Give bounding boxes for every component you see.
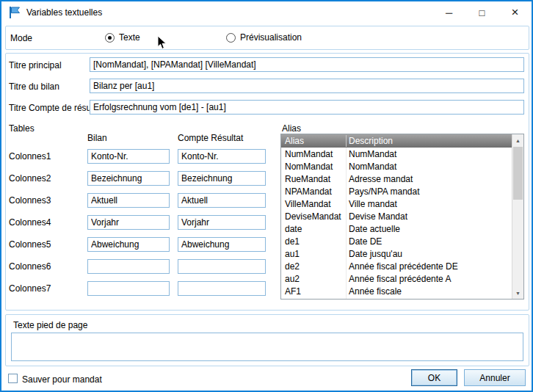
bilan-colonnes3-input[interactable] <box>87 193 170 208</box>
bilan-colonnes2-input[interactable] <box>87 171 170 186</box>
compte-colonnes7-input[interactable] <box>178 281 266 296</box>
titre-principal-label: Titre principal <box>9 60 62 70</box>
mode-label: Mode <box>10 33 32 43</box>
footer-label: Texte pied de page <box>13 320 87 330</box>
tables-label: Tables <box>9 123 35 134</box>
alias-section-label: Alias <box>282 123 301 134</box>
compte-colonnes6-input[interactable] <box>178 259 266 274</box>
ok-button[interactable]: OK <box>411 369 457 386</box>
titre-compte-resultat-input[interactable] <box>90 100 524 115</box>
bilan-colonnes1-input[interactable] <box>87 149 170 164</box>
alias-cell-name: NumMandat <box>281 149 346 159</box>
sauver-pour-mandat-label: Sauver pour mandat <box>22 374 102 385</box>
alias-row[interactable]: RueMandatAdresse mandat <box>281 173 512 185</box>
close-button[interactable]: × <box>498 1 532 23</box>
scroll-down-icon[interactable]: ▼ <box>512 287 523 299</box>
alias-row[interactable]: DeviseMandatDevise Mandat <box>281 210 512 222</box>
alias-cell-description: Date DE <box>346 236 512 247</box>
colonnes5-label: Colonnes5 <box>9 239 51 250</box>
colonnes2-label: Colonnes2 <box>9 173 51 184</box>
compte-colonnes4-input[interactable] <box>178 215 266 230</box>
alias-cell-description: NomMandat <box>346 161 512 172</box>
bilan-column-header: Bilan <box>87 133 107 143</box>
bilan-colonnes7-input[interactable] <box>87 281 170 296</box>
alias-cell-name: VilleMandat <box>281 199 346 209</box>
alias-cell-name: de1 <box>281 236 346 247</box>
compte-colonnes2-input[interactable] <box>178 171 266 186</box>
alias-cell-name: au2 <box>281 274 346 284</box>
colonnes3-label: Colonnes3 <box>9 195 51 206</box>
titre-bilan-input[interactable] <box>90 79 524 93</box>
alias-cell-description: Année fiscal précédente DE <box>346 261 512 272</box>
alias-scrollbar[interactable]: ▲ ▼ <box>512 134 523 299</box>
alias-row[interactable]: AF1Année fiscale <box>281 285 512 297</box>
titre-compte-resultat-label: Titre Compte de résu... <box>9 103 98 113</box>
radio-texte-label: Texte <box>119 32 140 43</box>
header-column-divider[interactable] <box>346 135 347 147</box>
alias-cell-description: Date jusqu'au <box>346 249 512 259</box>
alias-cell-name: de2 <box>281 261 346 272</box>
compte-colonnes5-input[interactable] <box>178 237 266 252</box>
alias-cell-name: date <box>281 224 346 234</box>
alias-rows: NumMandatNumMandat NomMandatNomMandat Ru… <box>281 148 512 299</box>
alias-cell-description: Date actuelle <box>346 224 512 234</box>
colonnes4-label: Colonnes4 <box>9 217 51 228</box>
bilan-colonnes6-input[interactable] <box>87 259 170 274</box>
bilan-colonnes4-input[interactable] <box>87 215 170 230</box>
radio-previsualisation-label: Prévisualisation <box>240 32 302 43</box>
radio-texte-icon <box>105 33 115 43</box>
title-bar[interactable]: Variables textuelles ─ □ × <box>1 1 532 23</box>
alias-row[interactable]: VilleMandatVille mandat <box>281 197 512 210</box>
compte-colonnes1-input[interactable] <box>178 149 266 164</box>
alias-cell-description: NumMandat <box>346 149 512 159</box>
alias-table-header[interactable]: Alias Description <box>281 134 512 148</box>
compte-colonnes3-input[interactable] <box>178 193 266 208</box>
window-controls: ─ □ × <box>432 1 532 23</box>
colonnes1-label: Colonnes1 <box>9 151 51 161</box>
cancel-button[interactable]: Annuler <box>464 369 526 386</box>
alias-cell-name: AF1 <box>281 286 346 297</box>
footer-textarea[interactable] <box>11 333 523 361</box>
alias-row[interactable]: dateDate actuelle <box>281 222 512 235</box>
alias-row[interactable]: NomMandatNomMandat <box>281 160 512 173</box>
titre-principal-input[interactable] <box>90 57 524 72</box>
alias-cell-name: NomMandat <box>281 161 346 172</box>
colonnes7-label: Colonnes7 <box>9 283 51 294</box>
app-icon <box>8 6 21 19</box>
alias-cell-description: Ville mandat <box>346 199 512 209</box>
scroll-thumb[interactable] <box>513 147 523 200</box>
minimize-button[interactable]: ─ <box>432 1 465 23</box>
radio-option-previsualisation[interactable]: Prévisualisation <box>226 32 302 43</box>
alias-row[interactable]: au2Année fiscal précédente A <box>281 272 512 285</box>
scroll-up-icon[interactable]: ▲ <box>512 134 523 146</box>
radio-previsualisation-icon <box>226 33 236 43</box>
alias-cell-description: Devise Mandat <box>346 211 512 222</box>
alias-cell-description: Année fiscal précédente A <box>346 274 512 284</box>
alias-cell-description: Adresse mandat <box>346 174 512 184</box>
compte-resultat-column-header: Compte Résultat <box>178 133 243 143</box>
maximize-button[interactable]: □ <box>465 1 498 23</box>
alias-row[interactable]: NumMandatNumMandat <box>281 148 512 160</box>
colonnes6-label: Colonnes6 <box>9 261 51 272</box>
alias-cell-name: NPAMandat <box>281 186 346 197</box>
alias-cell-name: DeviseMandat <box>281 211 346 222</box>
sauver-pour-mandat-checkbox[interactable] <box>8 374 18 383</box>
alias-cell-description: Année fiscale <box>346 286 512 297</box>
alias-header-description[interactable]: Description <box>349 136 393 146</box>
bilan-colonnes5-input[interactable] <box>87 237 170 252</box>
alias-row[interactable]: de1Date DE <box>281 235 512 247</box>
radio-option-texte[interactable]: Texte <box>105 32 140 43</box>
alias-row[interactable]: au1Date jusqu'au <box>281 247 512 260</box>
alias-cell-name: au1 <box>281 249 346 259</box>
alias-cell-description: Pays/NPA mandat <box>346 186 512 197</box>
titre-bilan-label: Titre du bilan <box>9 81 59 92</box>
dialog-variables-textuelles: Variables textuelles ─ □ × Mode Texte Pr… <box>0 0 533 392</box>
alias-table: Alias Description NumMandatNumMandat Nom… <box>280 134 524 300</box>
alias-header-alias[interactable]: Alias <box>285 136 304 146</box>
window-title: Variables textuelles <box>26 7 102 18</box>
alias-row[interactable]: NPAMandatPays/NPA mandat <box>281 185 512 197</box>
alias-cell-name: RueMandat <box>281 174 346 184</box>
alias-row[interactable]: de2Année fiscal précédente DE <box>281 260 512 272</box>
